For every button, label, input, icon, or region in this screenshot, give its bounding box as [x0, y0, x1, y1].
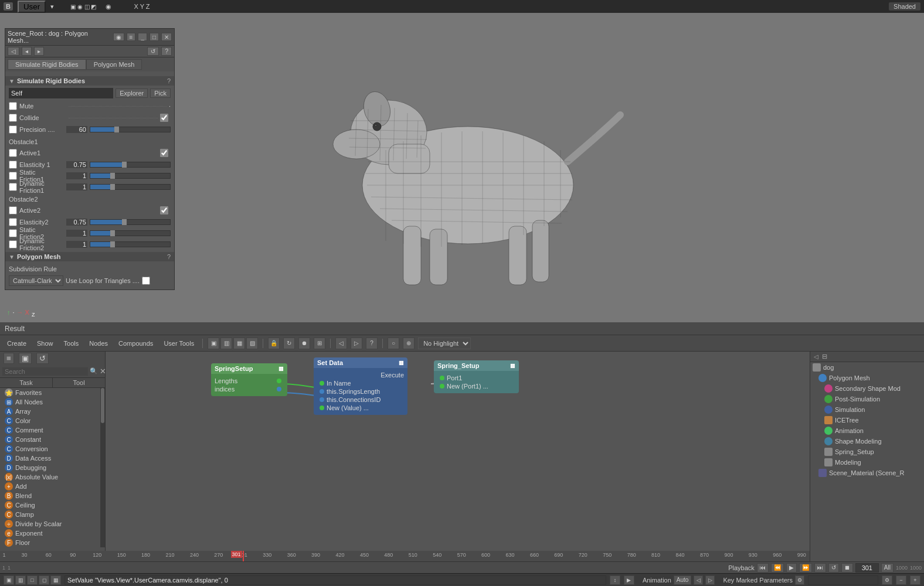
dynamic-friction2-input[interactable] — [66, 241, 87, 248]
precision-input[interactable] — [66, 126, 87, 133]
active2-value-checkbox[interactable] — [160, 206, 168, 214]
command-input[interactable] — [64, 575, 606, 585]
kmp-btn[interactable]: ⚙ — [795, 575, 804, 585]
refresh-icon[interactable]: ↻ — [283, 338, 295, 349]
cat-debugging[interactable]: D Debugging — [0, 463, 100, 472]
rp-item-shape-modeling[interactable]: Shape Modeling — [810, 436, 924, 447]
node-spring-setup2[interactable]: Spring_Setup ▦ Port1 New (Port1) ... — [434, 360, 519, 393]
menu-show[interactable]: Show — [33, 339, 57, 348]
lock-icon[interactable]: 🔒 — [268, 338, 280, 349]
cmd-history-btn[interactable]: ↕ — [610, 575, 620, 585]
grid-icon[interactable]: ⊞ — [314, 338, 325, 349]
rp-item-dog[interactable]: dog — [810, 362, 924, 373]
arrow-left-icon[interactable]: ◁ — [335, 338, 347, 349]
elasticity2-input[interactable] — [66, 219, 87, 226]
minus-btn[interactable]: − — [896, 575, 906, 585]
panel-list-btn[interactable]: ≡ — [4, 353, 14, 364]
shaded-button[interactable]: Shaded — [889, 2, 920, 11]
search-input[interactable] — [2, 367, 88, 376]
dynamic-friction1-checkbox[interactable] — [9, 183, 17, 191]
panel-pin-button[interactable]: ◉ — [113, 33, 124, 41]
frame-input[interactable] — [855, 563, 879, 573]
panel-prev-button[interactable]: ◂ — [22, 47, 32, 56]
stop-btn[interactable]: ⏹ — [841, 563, 853, 573]
menu-create[interactable]: Create — [4, 339, 30, 348]
elasticity1-checkbox[interactable] — [9, 161, 17, 169]
spring-setup-menu-icon[interactable]: ▦ — [278, 366, 284, 372]
status-btn-2[interactable]: ▥ — [15, 575, 26, 585]
static-friction1-slider[interactable] — [90, 173, 171, 179]
anim-left-btn[interactable]: ◁ — [694, 575, 703, 585]
set-data-menu-icon[interactable]: ▦ — [399, 360, 404, 366]
cat-conversion[interactable]: C Conversion — [0, 444, 100, 454]
menu-user-tools[interactable]: User Tools — [160, 339, 198, 348]
menu-nodes[interactable]: Nodes — [86, 339, 111, 348]
dynamic-friction1-slider[interactable] — [90, 184, 171, 190]
spring-setup2-menu-icon[interactable]: ▦ — [510, 363, 515, 369]
elasticity1-slider[interactable] — [90, 162, 171, 168]
static-friction1-checkbox[interactable] — [9, 172, 17, 180]
toolbar-icon-3[interactable]: ▦ — [233, 338, 245, 349]
record-icon[interactable]: ⏺ — [298, 338, 310, 349]
node-set-data[interactable]: Set Data ▦ Execute In Name this.SpringsL… — [314, 357, 407, 415]
panel-view-btn[interactable]: ▣ — [19, 353, 32, 364]
rp-item-secondary-shape[interactable]: Secondary Shape Mod — [810, 383, 924, 394]
panel-refresh-btn[interactable]: ↺ — [36, 353, 49, 364]
cat-all-nodes[interactable]: ⊞ All Nodes — [0, 397, 100, 407]
rp-item-animation[interactable]: Animation — [810, 425, 924, 436]
list-scrollbar[interactable] — [100, 388, 105, 547]
rp-collapse-btn[interactable]: ◁ — [813, 353, 820, 360]
tab-polygon-mesh[interactable]: Polygon Mesh — [86, 59, 142, 70]
panel-min-button[interactable]: _ — [138, 33, 147, 41]
static-friction2-checkbox[interactable] — [9, 229, 17, 237]
panel-next-button[interactable]: ▸ — [34, 47, 44, 56]
plus-btn[interactable]: + — [910, 575, 920, 585]
settings-btn[interactable]: ⚙ — [882, 575, 892, 585]
dynamic-friction1-input[interactable] — [66, 183, 87, 190]
use-loop-checkbox[interactable] — [142, 277, 150, 285]
cat-constant[interactable]: C Constant — [0, 435, 100, 444]
timeline-marker[interactable] — [243, 551, 244, 561]
rp-item-simulation[interactable]: Simulation — [810, 404, 924, 415]
tool-absolute-value[interactable]: |x| Absolute Value — [0, 472, 100, 482]
cat-favorites[interactable]: ⭐ Favorites — [0, 388, 100, 397]
user-button[interactable]: User — [18, 1, 46, 13]
panel-refresh-button[interactable]: ↺ — [147, 47, 159, 56]
tool-ceiling[interactable]: C Ceiling — [0, 500, 100, 510]
elasticity2-checkbox[interactable] — [9, 218, 17, 226]
status-btn-4[interactable]: ◻ — [39, 575, 49, 585]
panel-max-button[interactable]: □ — [150, 33, 159, 41]
panel-help-button[interactable]: ? — [161, 47, 172, 56]
auto-btn[interactable]: Auto — [674, 575, 692, 585]
anim-right-btn[interactable]: ▷ — [705, 575, 715, 585]
section-help-icon[interactable]: ? — [167, 77, 171, 84]
jump-end-btn[interactable]: ⏭ — [814, 563, 826, 573]
polygon-help-icon[interactable]: ? — [167, 253, 171, 260]
pick-button[interactable]: Pick — [150, 88, 171, 98]
status-btn-1[interactable]: ▣ — [4, 575, 14, 585]
prev-frame-btn[interactable]: ⏪ — [771, 563, 784, 573]
rp-item-polygon-mesh[interactable]: Polygon Mesh — [810, 373, 924, 383]
tool-clamp[interactable]: C Clamp — [0, 510, 100, 519]
elasticity1-input[interactable] — [66, 161, 87, 168]
toolbar-icon-2[interactable]: ▥ — [220, 338, 232, 349]
menu-tools[interactable]: Tools — [60, 339, 83, 348]
cat-comment[interactable]: C Comment — [0, 425, 100, 435]
node-spring-setup[interactable]: SpringSetup ▦ Lengths indices — [211, 363, 287, 396]
active1-value-checkbox[interactable] — [160, 149, 168, 157]
tool-blend[interactable]: B Blend — [0, 491, 100, 500]
dynamic-friction2-slider[interactable] — [90, 241, 171, 247]
explorer-button[interactable]: Explorer — [116, 88, 148, 98]
rp-item-modeling[interactable]: Modeling — [810, 457, 924, 468]
collide-checkbox[interactable] — [9, 114, 17, 122]
rewind-btn[interactable]: ↺ — [828, 563, 839, 573]
static-friction2-slider[interactable] — [90, 230, 171, 236]
tool-exponent[interactable]: e Exponent — [0, 529, 100, 538]
all-btn[interactable]: All — [881, 563, 894, 573]
cat-array[interactable]: A Array — [0, 407, 100, 416]
tab-simulate-rigid-bodies[interactable]: Simulate Rigid Bodies — [8, 59, 86, 70]
active1-checkbox[interactable] — [9, 149, 17, 157]
timeline-track[interactable]: 1 30 60 90 120 150 180 210 240 270 301 3… — [0, 551, 810, 561]
highlight-dropdown[interactable]: No Highlight — [418, 338, 471, 349]
rp-item-icetree[interactable]: ICETree — [810, 415, 924, 425]
